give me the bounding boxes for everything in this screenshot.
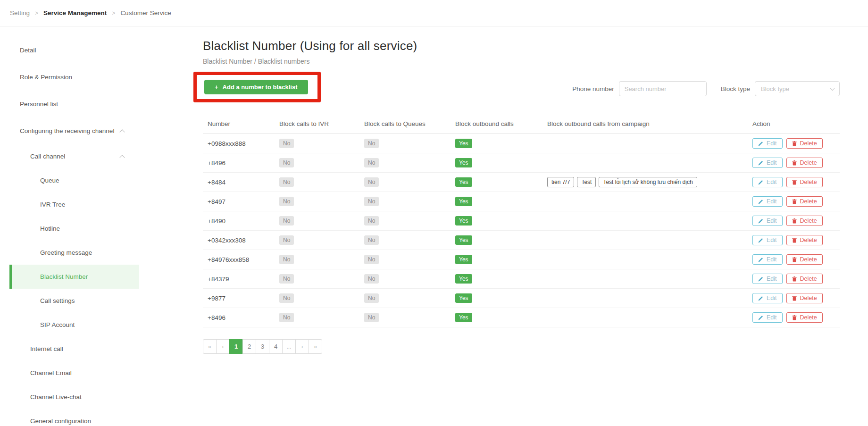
delete-button[interactable]: Delete [786,177,823,187]
table-row: +8496 No No Yes Edit Delete [203,153,840,173]
sidebar-item-hotline[interactable]: Hotline [9,217,139,241]
sidebar-item-ivr-tree[interactable]: IVR Tree [9,192,139,217]
column-header-action: Action [748,120,840,127]
main-content: Blacklist Number (Using for all service)… [203,26,840,426]
no-badge: No [364,255,379,264]
delete-button[interactable]: Delete [786,293,823,303]
page-button-3[interactable]: 3 [256,339,269,354]
sidebar-item-label: Call channel [30,153,65,160]
chevron-down-icon [830,85,835,91]
edit-button[interactable]: Edit [752,177,783,187]
trash-icon [792,296,797,301]
edit-button[interactable]: Edit [752,254,783,265]
breadcrumb-item-setting[interactable]: Setting [10,9,30,17]
sidebar-item-label: Greeting message [40,249,92,256]
edit-button[interactable]: Edit [752,274,783,284]
trash-icon [792,199,797,204]
edit-button[interactable]: Edit [752,312,783,323]
edit-button-label: Edit [767,179,777,185]
delete-button[interactable]: Delete [786,158,823,168]
sidebar-item-general-configuration[interactable]: General configuration [9,409,139,426]
edit-button[interactable]: Edit [752,158,783,168]
block-ivr-cell: No [275,235,359,245]
no-badge: No [279,235,294,245]
edit-button-label: Edit [767,159,777,166]
edit-button[interactable]: Edit [752,216,783,226]
sidebar-item-detail[interactable]: Detail [9,37,139,64]
page-title: Blacklist Number (Using for all service) [203,39,840,53]
sidebar-item-personnel-list[interactable]: Personnel list [9,91,139,117]
column-header-block-outbound-calls-from-campaign: Block outbound calls from campaign [542,120,748,127]
no-badge: No [279,255,294,264]
number-cell: +9877 [203,295,275,302]
first-page-button[interactable]: « [203,339,217,354]
page-button-1[interactable]: 1 [229,339,243,354]
sidebar-item-call-settings[interactable]: Call settings [9,289,139,313]
delete-button[interactable]: Delete [786,274,823,284]
sidebar-item-internet-call[interactable]: Internet call [9,337,139,361]
sidebar-item-sip-account[interactable]: SIP Account [9,313,139,337]
chevron-up-icon [119,155,125,160]
delete-button[interactable]: Delete [786,196,823,207]
number-cell: +8496 [203,314,275,321]
sidebar-item-queue[interactable]: Queue [9,168,139,192]
page-subtitle: Blacklist Number / Blacklist numbers [203,58,840,65]
no-badge: No [279,139,294,148]
block-queues-cell: No [359,235,451,245]
sidebar-item-greeting-message[interactable]: Greeting message [9,241,139,265]
page-button-2[interactable]: 2 [242,339,256,354]
sidebar-item-blacklist-number[interactable]: Blacklist Number [9,265,139,289]
page-ellipsis[interactable]: ... [282,339,296,354]
no-badge: No [364,313,379,322]
edit-button[interactable]: Edit [752,293,783,303]
block-queues-cell: No [359,158,451,167]
column-header-number: Number [203,120,275,127]
page-button-4[interactable]: 4 [269,339,283,354]
sidebar-item-role-permission[interactable]: Role & Permission [9,64,139,91]
pencil-icon [758,218,763,224]
no-badge: No [279,177,294,187]
search-number-input[interactable] [619,81,707,96]
last-page-button[interactable]: » [309,339,322,354]
number-cell: +84976xxx858 [203,256,275,263]
sidebar-item-channel-email[interactable]: Channel Email [9,361,139,385]
action-cell: Edit Delete [748,158,840,168]
pencil-icon [758,296,763,301]
block-outbound-cell: Yes [451,177,542,187]
edit-button[interactable]: Edit [752,235,783,245]
blacklist-table: NumberBlock calls to IVRBlock calls to Q… [203,117,840,327]
page-left-edge [4,0,4,426]
trash-icon [792,218,797,224]
delete-button[interactable]: Delete [786,138,823,149]
block-queues-cell: No [359,216,451,226]
block-ivr-cell: No [275,197,359,206]
sidebar: Detail Role & Permission Personnel list … [0,26,139,426]
sidebar-item-call-channel[interactable]: Call channel [9,144,139,168]
campaigns-cell: tien 7/7TestTest lỗi lịch sử không lưu c… [542,177,748,187]
delete-button[interactable]: Delete [786,312,823,323]
no-badge: No [364,216,379,226]
delete-button[interactable]: Delete [786,254,823,265]
edit-button[interactable]: Edit [752,138,783,149]
edit-button[interactable]: Edit [752,196,783,207]
sidebar-item-configuring-the-receiving-channel[interactable]: Configuring the receiving channel [9,117,139,144]
delete-button[interactable]: Delete [786,216,823,226]
pagination: «‹1234...›» [203,339,322,354]
breadcrumb-item-service-management[interactable]: Service Management [43,9,107,17]
table-row: +8490 No No Yes Edit Delete [203,211,840,231]
block-outbound-cell: Yes [451,139,542,148]
sidebar-item-channel-live-chat[interactable]: Channel Live-chat [9,385,139,409]
no-badge: No [279,274,294,284]
block-type-select[interactable]: Block type [755,81,840,96]
delete-button[interactable]: Delete [786,235,823,245]
campaign-tag: Test [577,177,596,187]
block-ivr-cell: No [275,313,359,322]
campaign-tag: tien 7/7 [547,177,574,187]
sidebar-item-label: Channel Email [30,369,72,376]
next-page-button[interactable]: › [295,339,309,354]
prev-page-button[interactable]: ‹ [216,339,230,354]
action-cell: Edit Delete [748,235,840,245]
pencil-icon [758,315,763,320]
add-number-to-blacklist-button[interactable]: + Add a number to blacklist [204,80,308,94]
breadcrumb-item-customer-service[interactable]: Customer Service [120,9,171,17]
